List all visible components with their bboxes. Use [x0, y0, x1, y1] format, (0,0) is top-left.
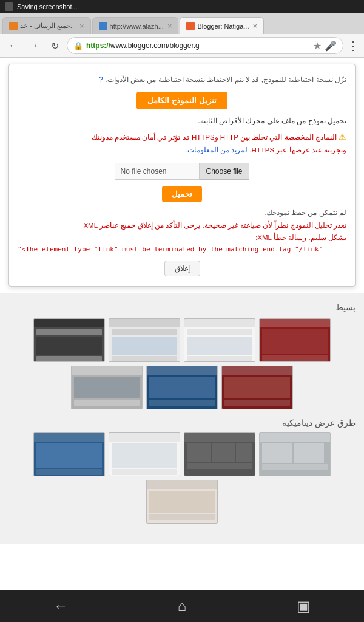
recent-nav-icon: ▣: [297, 598, 311, 615]
address-bar: ← → ↻ 🔒 https://www.blogger.com/blogger.…: [0, 34, 364, 57]
refresh-button[interactable]: ↻: [46, 37, 63, 54]
section1-title: بسيط: [0, 299, 364, 316]
section2-title: طرق عرض ديناميكية: [0, 412, 364, 430]
forward-button[interactable]: →: [25, 37, 42, 54]
file-name-display: No file chosen: [115, 163, 200, 180]
tab-1[interactable]: جميع الرسائل - خد... ×: [2, 17, 91, 34]
tab2-favicon: [99, 22, 107, 30]
tab1-favicon: [9, 22, 18, 30]
template-thumb-6[interactable]: [146, 366, 218, 409]
url-text: https://www.blogger.com/blogger.g: [86, 41, 200, 50]
warning-line2: وتجربتة عند عرضها عبر HTTPS.: [249, 146, 346, 154]
save-status: لم نتمكن من حفظ نموذجك.: [18, 208, 346, 217]
info-link[interactable]: ?: [99, 75, 103, 84]
star-icon[interactable]: ★: [313, 40, 322, 52]
dynamic-thumb-1[interactable]: [33, 432, 105, 476]
upload-button[interactable]: تحميل: [162, 186, 202, 202]
status-bar: Saving screenshot...: [0, 0, 364, 13]
warning-text: ⚠ النماذج المخصصة التي تخلط بين HTTP وHT…: [18, 130, 346, 156]
template-thumb-4[interactable]: [259, 318, 331, 362]
mic-icon[interactable]: 🎤: [325, 40, 337, 52]
tab-2[interactable]: http://www.alazh... ×: [92, 17, 179, 34]
dynamic-thumb-3[interactable]: [184, 432, 255, 476]
dynamic-thumb-5[interactable]: [146, 480, 218, 524]
template-thumb-1[interactable]: [33, 318, 105, 362]
browser-menu-button[interactable]: ⋮: [347, 38, 359, 53]
template-thumb-5[interactable]: [71, 366, 143, 409]
status-icon: [5, 2, 13, 11]
dynamic-thumb-4[interactable]: [259, 432, 331, 476]
tab-3[interactable]: Blogger: Natiga... ×: [180, 17, 264, 34]
warning-line1: النماذج المخصصة التي تخلط بين HTTP وHTTP…: [92, 134, 337, 141]
template-grid-1: [0, 316, 364, 412]
info-line: نزّل نسخة احتياطية للنموذج, قد لا يتم ال…: [105, 75, 346, 84]
status-text: Saving screenshot...: [17, 3, 78, 10]
recent-nav-button[interactable]: ▣: [285, 590, 322, 622]
tab2-close[interactable]: ×: [167, 21, 172, 30]
template-thumb-7[interactable]: [221, 366, 293, 409]
tab-bar: جميع الرسائل - خد... × http://www.alazh.…: [0, 13, 364, 34]
back-nav-icon: ←: [53, 598, 68, 615]
dynamic-thumb-2[interactable]: [109, 432, 180, 476]
tab3-label: Blogger: Natiga...: [197, 22, 249, 30]
url-rest: www.blogger.com/blogger.g: [110, 41, 200, 50]
warning-block: ⚠ النماذج المخصصة التي تخلط بين HTTP وHT…: [18, 130, 346, 156]
forward-icon: →: [29, 40, 39, 51]
bottom-nav: ← ⌂ ▣: [0, 590, 364, 622]
url-box[interactable]: 🔒 https://www.blogger.com/blogger.g ★ 🎤: [67, 37, 343, 54]
refresh-icon: ↻: [51, 40, 59, 52]
choose-file-button[interactable]: Choose file: [200, 163, 249, 180]
error-xml-message: "<The element type "link" must be termin…: [18, 245, 346, 253]
error-block: تعذر تحليل النموذج نظراً لأن صياغته غير …: [18, 219, 346, 253]
templates-section: بسيط: [0, 293, 364, 544]
tab3-close[interactable]: ×: [252, 21, 257, 30]
page-content: نزّل نسخة احتياطية للنموذج, قد لا يتم ال…: [0, 58, 364, 590]
info-text: نزّل نسخة احتياطية للنموذج, قد لا يتم ال…: [18, 74, 346, 86]
back-button[interactable]: ←: [5, 37, 22, 54]
warning-icon: ⚠: [339, 132, 346, 142]
download-template-button[interactable]: تنزيل النموذج الكامل: [136, 92, 227, 109]
browser-chrome: جميع الرسائل - خد... × http://www.alazh.…: [0, 13, 364, 58]
home-nav-icon: ⌂: [178, 598, 187, 615]
tab1-close[interactable]: ×: [79, 21, 84, 30]
warning-link[interactable]: لمزيد من المعلومات.: [186, 146, 248, 154]
file-input-row: No file chosen Choose file: [18, 163, 346, 180]
dialog-box: نزّل نسخة احتياطية للنموذج, قد لا يتم ال…: [8, 64, 356, 287]
close-dialog-button[interactable]: إغلاق: [164, 261, 200, 276]
back-icon: ←: [8, 40, 18, 51]
url-https: https://: [86, 41, 110, 50]
new-tab-btn[interactable]: [265, 17, 287, 34]
template-thumb-2[interactable]: [109, 318, 180, 362]
tab3-favicon: [186, 22, 195, 30]
lock-icon: 🔒: [73, 41, 83, 50]
template-thumb-3[interactable]: [184, 318, 255, 362]
home-nav-button[interactable]: ⌂: [164, 590, 200, 622]
tab1-label: جميع الرسائل - خد...: [20, 22, 76, 30]
error-text-line1: تعذر تحليل النموذج نظراً لأن صياغته غير …: [18, 219, 346, 232]
error-text-line2: بشكل سليم. رسالة خطأ XML:: [18, 231, 346, 244]
template-grid-2: [0, 430, 364, 526]
back-nav-button[interactable]: ←: [42, 590, 79, 622]
tab2-label: http://www.alazh...: [110, 22, 164, 30]
upload-desc: تحميل نموذج من ملف على محرك الأقراص الثا…: [18, 117, 346, 125]
